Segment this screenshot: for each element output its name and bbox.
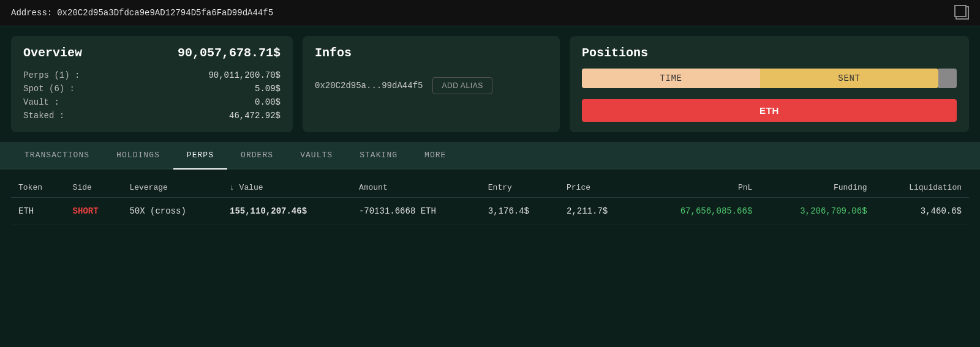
tab-more[interactable]: MORE <box>411 142 459 170</box>
row-funding: 3,206,709.06$ <box>760 198 874 225</box>
positions-title: Positions <box>582 46 957 60</box>
tab-orders[interactable]: ORDERS <box>227 142 287 170</box>
row-price: 2,211.7$ <box>559 198 638 225</box>
tabs-navigation: TRANSACTIONS HOLDINGS PERPS ORDERS VAULT… <box>0 142 980 170</box>
col-value: ↓ Value <box>222 178 352 198</box>
row-entry: 3,176.4$ <box>481 198 559 225</box>
perps-table: Token Side Leverage ↓ Value Amount Entry… <box>11 178 969 225</box>
overview-row-spot: Spot (6) : 5.09$ <box>23 82 281 95</box>
perps-label: Perps (1) : <box>23 70 80 80</box>
row-token: ETH <box>11 198 66 225</box>
address-label: Address: <box>11 8 52 18</box>
overview-row-vault: Vault : 0.00$ <box>23 95 281 109</box>
wallet-address: 0x20C2d95a3Dfdca9e9AD12794D5fa6FaD99dA44… <box>57 8 273 18</box>
staked-label: Staked : <box>23 111 64 121</box>
cards-section: Overview 90,057,678.71$ Perps (1) : 90,0… <box>0 26 980 142</box>
infos-title: Infos <box>315 46 548 60</box>
tab-holdings[interactable]: HOLDINGS <box>103 142 173 170</box>
row-value: 155,110,207.46$ <box>222 198 352 225</box>
col-price: Price <box>559 178 638 198</box>
tab-perps[interactable]: PERPS <box>173 142 227 170</box>
infos-card: Infos 0x20C2d95a...99dA44f5 ADD ALIAS <box>303 36 560 132</box>
tab-staking[interactable]: STAKING <box>346 142 411 170</box>
row-amount: -70131.6668 ETH <box>352 198 481 225</box>
svg-rect-1 <box>959 9 963 14</box>
top-bar: Address: 0x20C2d95a3Dfdca9e9AD12794D5fa6… <box>0 0 980 26</box>
col-funding: Funding <box>760 178 874 198</box>
staked-value: 46,472.92$ <box>229 111 281 121</box>
copy-icon[interactable] <box>956 6 969 20</box>
row-leverage: 50X (cross) <box>122 198 222 225</box>
table-row: ETH SHORT 50X (cross) 155,110,207.46$ -7… <box>11 198 969 225</box>
infos-address: 0x20C2d95a...99dA44f5 <box>315 81 423 91</box>
row-side: SHORT <box>66 198 123 225</box>
tab-time[interactable]: TIME <box>582 69 760 88</box>
spot-label: Spot (6) : <box>23 84 75 94</box>
tab-third[interactable] <box>938 69 957 88</box>
overview-row-perps: Perps (1) : 90,011,200.70$ <box>23 69 281 82</box>
table-section: Token Side Leverage ↓ Value Amount Entry… <box>0 170 980 225</box>
col-liquidation: Liquidation <box>875 178 969 198</box>
perps-value: 90,011,200.70$ <box>208 70 281 80</box>
tab-transactions[interactable]: TRANSACTIONS <box>11 142 103 170</box>
col-value-label: ↓ Value <box>230 183 263 192</box>
add-alias-button[interactable]: ADD ALIAS <box>432 77 492 94</box>
positions-card: Positions TIME SENT ETH <box>570 36 969 132</box>
row-pnl: 67,656,085.66$ <box>638 198 760 225</box>
col-side: Side <box>66 178 123 198</box>
infos-row: 0x20C2d95a...99dA44f5 ADD ALIAS <box>315 77 548 94</box>
col-leverage: Leverage <box>122 178 222 198</box>
row-liquidation: 3,460.6$ <box>875 198 969 225</box>
col-pnl: PnL <box>638 178 760 198</box>
side-short-label: SHORT <box>73 206 99 216</box>
table-header-row: Token Side Leverage ↓ Value Amount Entry… <box>11 178 969 198</box>
col-token: Token <box>11 178 66 198</box>
positions-tabs: TIME SENT <box>582 69 957 88</box>
funding-value: 3,206,709.06$ <box>800 206 867 216</box>
spot-value: 5.09$ <box>255 84 281 94</box>
eth-button[interactable]: ETH <box>582 99 957 122</box>
svg-rect-0 <box>960 10 965 16</box>
vault-label: Vault : <box>23 97 59 107</box>
overview-row-staked: Staked : 46,472.92$ <box>23 109 281 122</box>
col-entry: Entry <box>481 178 559 198</box>
pnl-value: 67,656,085.66$ <box>680 206 753 216</box>
vault-value: 0.00$ <box>255 97 281 107</box>
col-amount: Amount <box>352 178 481 198</box>
overview-title: Overview <box>23 46 82 60</box>
overview-total: 90,057,678.71$ <box>178 46 281 60</box>
overview-card: Overview 90,057,678.71$ Perps (1) : 90,0… <box>11 36 293 132</box>
tab-sent[interactable]: SENT <box>760 69 938 88</box>
tab-vaults[interactable]: VAULTS <box>287 142 346 170</box>
